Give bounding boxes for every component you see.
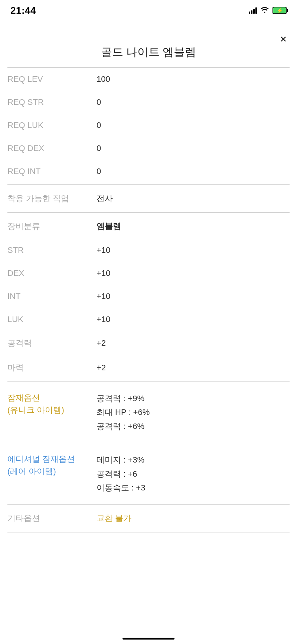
signal-icon xyxy=(249,7,257,14)
job-value: 전사 xyxy=(97,193,290,204)
int-value: +10 xyxy=(97,292,290,301)
dex-label: DEX xyxy=(7,268,97,278)
req-int-label: REQ INT xyxy=(7,167,97,176)
luk-row: LUK +10 xyxy=(7,308,290,331)
potential-section: 잠재옵션 (유니크 아이템) 공격력 : +9% 최대 HP : +6% 공격력… xyxy=(0,383,297,441)
req-luk-row: REQ LUK 0 xyxy=(7,114,290,137)
requirements-section: REQ LEV 100 REQ STR 0 REQ LUK 0 REQ DEX … xyxy=(0,68,297,183)
req-dex-value: 0 xyxy=(97,144,290,153)
stats-section: 장비분류 엠블렘 STR +10 DEX +10 INT +10 LUK +10… xyxy=(0,214,297,380)
other-options-row: 기타옵션 교환 불가 xyxy=(7,506,290,531)
additional-label: 에디셔널 잠재옵션 (레어 아이템) xyxy=(7,453,97,477)
home-indicator xyxy=(123,638,174,640)
potential-value: 공격력 : +9% 최대 HP : +6% 공격력 : +6% xyxy=(97,392,290,433)
req-int-value: 0 xyxy=(97,167,290,176)
str-row: STR +10 xyxy=(7,239,290,262)
battery-icon: ⚡ xyxy=(272,7,287,14)
potential-divider xyxy=(7,443,290,443)
req-luk-label: REQ LUK xyxy=(7,120,97,130)
job-row: 착용 가능한 직업 전사 xyxy=(7,186,290,211)
luk-value: +10 xyxy=(97,315,290,324)
category-value: 엠블렘 xyxy=(97,221,290,232)
wifi-icon xyxy=(261,6,269,15)
job-section: 착용 가능한 직업 전사 xyxy=(0,186,297,211)
additional-value: 데미지 : +3% 공격력 : +6 이동속도 : +3 xyxy=(97,453,290,495)
status-icons: ⚡ xyxy=(249,6,287,15)
req-str-value: 0 xyxy=(97,97,290,107)
int-label: INT xyxy=(7,292,97,301)
category-row: 장비분류 엠블렘 xyxy=(7,214,290,239)
page-title: 골드 나이트 엠블렘 xyxy=(0,45,297,60)
additional-section: 에디셔널 잠재옵션 (레어 아이템) 데미지 : +3% 공격력 : +6 이동… xyxy=(0,445,297,503)
req-luk-value: 0 xyxy=(97,120,290,130)
req-lev-value: 100 xyxy=(97,74,290,84)
req-dex-row: REQ DEX 0 xyxy=(7,137,290,160)
job-label: 착용 가능한 직업 xyxy=(7,193,97,204)
other-options-value: 교환 불가 xyxy=(97,513,290,524)
str-label: STR xyxy=(7,245,97,255)
req-lev-label: REQ LEV xyxy=(7,74,97,84)
status-bar: 21:44 ⚡ xyxy=(0,0,297,19)
attack-label: 공격력 xyxy=(7,338,97,349)
other-options-label: 기타옵션 xyxy=(7,513,97,524)
req-dex-label: REQ DEX xyxy=(7,144,97,153)
job-divider xyxy=(7,212,290,213)
req-int-row: REQ INT 0 xyxy=(7,160,290,183)
req-lev-row: REQ LEV 100 xyxy=(7,68,290,91)
status-time: 21:44 xyxy=(10,5,36,16)
dex-value: +10 xyxy=(97,268,290,278)
req-str-row: REQ STR 0 xyxy=(7,91,290,114)
magic-label: 마력 xyxy=(7,362,97,373)
close-button[interactable]: × xyxy=(280,33,287,45)
stats-divider xyxy=(7,381,290,382)
attack-row: 공격력 +2 xyxy=(7,331,290,355)
other-options-section: 기타옵션 교환 불가 xyxy=(0,506,297,531)
potential-row: 잠재옵션 (유니크 아이템) 공격력 : +9% 최대 HP : +6% 공격력… xyxy=(7,383,290,441)
additional-divider xyxy=(7,504,290,505)
additional-row: 에디셔널 잠재옵션 (레어 아이템) 데미지 : +3% 공격력 : +6 이동… xyxy=(7,445,290,503)
req-divider xyxy=(7,184,290,185)
str-value: +10 xyxy=(97,245,290,255)
category-label: 장비분류 xyxy=(7,221,97,232)
potential-label: 잠재옵션 (유니크 아이템) xyxy=(7,392,97,416)
req-str-label: REQ STR xyxy=(7,97,97,107)
int-row: INT +10 xyxy=(7,285,290,308)
bottom-divider xyxy=(7,532,290,532)
dex-row: DEX +10 xyxy=(7,262,290,285)
luk-label: LUK xyxy=(7,315,97,324)
attack-value: +2 xyxy=(97,338,290,348)
magic-value: +2 xyxy=(97,363,290,373)
magic-row: 마력 +2 xyxy=(7,355,290,380)
